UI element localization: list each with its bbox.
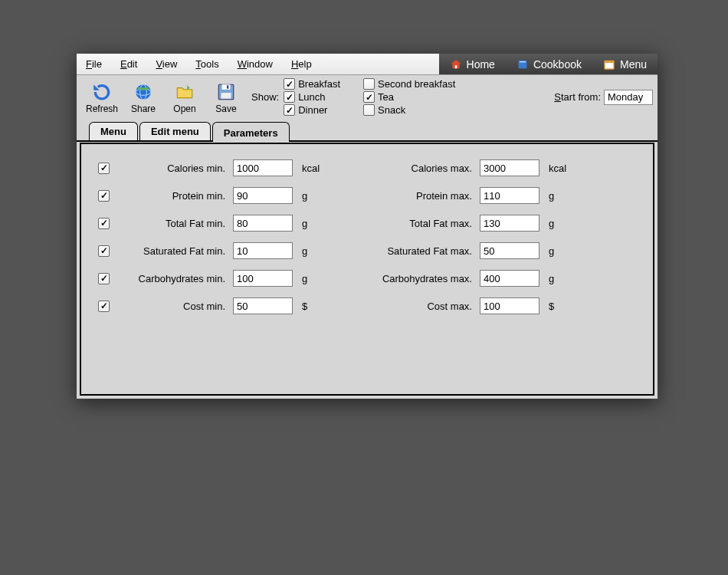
show-second-breakfast[interactable]: Second breakfast bbox=[363, 78, 455, 90]
start-from-input[interactable] bbox=[604, 90, 653, 105]
right-nav: HomeCookbookMenu bbox=[439, 54, 657, 74]
param-max-label: Protein max. bbox=[362, 190, 477, 202]
tab-edit-menu[interactable]: Edit menu bbox=[139, 122, 211, 140]
tab-menu[interactable]: Menu bbox=[89, 122, 138, 140]
menubar: FileEditViewToolsWindowHelp HomeCookbook… bbox=[77, 54, 657, 75]
toolbar: RefreshShareOpenSave Show: ✓BreakfastSec… bbox=[77, 75, 657, 120]
start-from-label: Start from: bbox=[554, 91, 601, 103]
tb-label: Refresh bbox=[84, 104, 120, 114]
param-min-input[interactable] bbox=[233, 297, 293, 314]
menu-window[interactable]: Window bbox=[228, 54, 282, 74]
param-unit: g bbox=[299, 245, 325, 257]
menu-help[interactable]: Help bbox=[282, 54, 321, 74]
menu-tools[interactable]: Tools bbox=[186, 54, 228, 74]
param-min-input[interactable] bbox=[233, 187, 293, 204]
calendar-icon bbox=[603, 58, 615, 71]
show-breakfast[interactable]: ✓Breakfast bbox=[284, 78, 340, 90]
param-min-label: Total Fat min. bbox=[116, 218, 230, 229]
param-max-input[interactable] bbox=[480, 242, 539, 259]
chk-label: Lunch bbox=[298, 91, 325, 103]
param-min-label: Calories min. bbox=[116, 163, 230, 174]
checkbox-icon: ✓ bbox=[363, 91, 375, 103]
tb-label: Share bbox=[126, 104, 161, 114]
folder-icon bbox=[167, 80, 202, 104]
parameters-panel: ✓Calories min.kcalCalories max.kcal✓Prot… bbox=[80, 143, 654, 396]
checkbox-icon[interactable]: ✓ bbox=[98, 218, 110, 229]
checkbox-icon: ✓ bbox=[284, 78, 295, 90]
param-max-input[interactable] bbox=[480, 159, 539, 176]
refresh-icon bbox=[84, 80, 120, 104]
param-row-cost: ✓Cost min.$Cost max.$ bbox=[98, 297, 636, 314]
open-button[interactable]: Open bbox=[164, 79, 205, 116]
refresh-button[interactable]: Refresh bbox=[81, 79, 123, 116]
param-min-input[interactable] bbox=[233, 159, 293, 176]
save-button[interactable]: Save bbox=[205, 79, 247, 116]
chk-label: Breakfast bbox=[298, 78, 340, 90]
param-unit: g bbox=[299, 190, 325, 202]
svg-point-4 bbox=[136, 84, 151, 100]
param-min-label: Saturated Fat min. bbox=[116, 245, 230, 257]
param-max-input[interactable] bbox=[480, 187, 539, 204]
home-icon bbox=[450, 58, 462, 71]
show-tea[interactable]: ✓Tea bbox=[363, 91, 455, 103]
globe-icon bbox=[126, 80, 161, 104]
nav-menu[interactable]: Menu bbox=[592, 54, 657, 74]
param-max-label: Total Fat max. bbox=[362, 218, 477, 229]
floppy-icon bbox=[208, 80, 244, 104]
show-block: Show: ✓BreakfastSecond breakfast✓Lunch✓T… bbox=[251, 78, 455, 116]
param-row-total-fat: ✓Total Fat min.gTotal Fat max.g bbox=[98, 215, 636, 232]
menu-view[interactable]: View bbox=[146, 54, 186, 74]
show-label: Show: bbox=[251, 91, 279, 103]
show-dinner[interactable]: ✓Dinner bbox=[284, 104, 340, 116]
param-min-input[interactable] bbox=[233, 270, 293, 287]
param-row-protein: ✓Protein min.gProtein max.g bbox=[98, 187, 636, 204]
param-unit: g bbox=[546, 218, 572, 229]
checkbox-icon bbox=[363, 78, 375, 90]
menu-file[interactable]: File bbox=[77, 54, 111, 74]
param-min-input[interactable] bbox=[233, 242, 293, 259]
param-unit: kcal bbox=[546, 163, 572, 174]
nav-cookbook[interactable]: Cookbook bbox=[506, 54, 592, 74]
checkbox-icon[interactable]: ✓ bbox=[98, 273, 110, 284]
param-unit: g bbox=[299, 218, 325, 229]
param-min-label: Carbohydrates min. bbox=[116, 273, 230, 284]
param-row-saturated-fat: ✓Saturated Fat min.gSaturated Fat max.g bbox=[98, 242, 636, 259]
checkbox-icon[interactable]: ✓ bbox=[98, 163, 110, 174]
checkbox-icon: ✓ bbox=[284, 91, 295, 103]
param-unit: g bbox=[299, 273, 325, 284]
svg-rect-9 bbox=[221, 93, 231, 99]
tab-parameters[interactable]: Parameters bbox=[212, 122, 290, 142]
param-unit: $ bbox=[546, 301, 572, 312]
menu-edit[interactable]: Edit bbox=[111, 54, 146, 74]
param-min-input[interactable] bbox=[233, 215, 293, 232]
tb-label: Open bbox=[167, 104, 202, 114]
svg-rect-8 bbox=[222, 84, 231, 90]
checkbox-icon[interactable]: ✓ bbox=[98, 301, 110, 312]
checkbox-icon[interactable]: ✓ bbox=[98, 190, 110, 202]
chk-label: Snack bbox=[378, 104, 405, 116]
nav-label: Menu bbox=[620, 58, 647, 71]
show-snack[interactable]: Snack bbox=[363, 104, 455, 116]
param-max-input[interactable] bbox=[480, 215, 539, 232]
svg-rect-10 bbox=[227, 85, 228, 88]
svg-rect-0 bbox=[454, 65, 457, 68]
tb-label: Save bbox=[208, 104, 244, 114]
svg-rect-1 bbox=[520, 61, 526, 62]
nav-label: Cookbook bbox=[533, 58, 582, 71]
nav-home[interactable]: Home bbox=[439, 54, 506, 74]
checkbox-icon[interactable]: ✓ bbox=[98, 245, 110, 257]
svg-rect-3 bbox=[605, 61, 614, 63]
param-max-label: Calories max. bbox=[362, 163, 477, 174]
param-max-input[interactable] bbox=[480, 297, 539, 314]
chk-label: Tea bbox=[378, 91, 394, 103]
share-button[interactable]: Share bbox=[123, 79, 164, 116]
show-lunch[interactable]: ✓Lunch bbox=[284, 91, 340, 103]
param-max-input[interactable] bbox=[480, 270, 539, 287]
param-row-carbohydrates: ✓Carbohydrates min.gCarbohydrates max.g bbox=[98, 270, 636, 287]
param-unit: g bbox=[546, 245, 572, 257]
param-unit: kcal bbox=[299, 163, 325, 174]
book-icon bbox=[516, 58, 529, 71]
chk-label: Second breakfast bbox=[378, 78, 455, 90]
param-min-label: Cost min. bbox=[116, 301, 230, 312]
param-max-label: Saturated Fat max. bbox=[362, 245, 477, 257]
